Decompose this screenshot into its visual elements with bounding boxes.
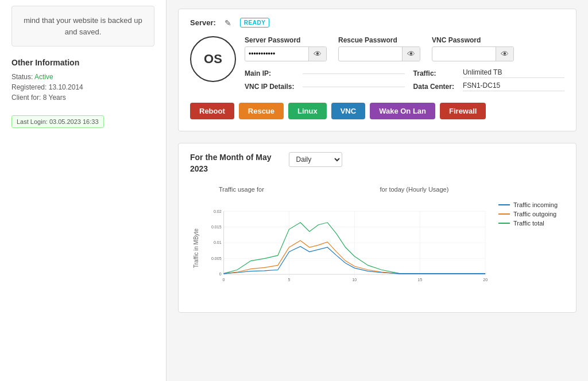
ready-badge: READY [240,18,270,28]
sidebar-notice: mind that your website is backed up and … [11,6,154,46]
wakelan-button[interactable]: Wake On Lan [370,103,435,119]
legend-total: Traffic total [498,220,564,227]
reboot-button[interactable]: Reboot [190,103,234,119]
chart-svg: 0.02 0.015 0.01 0.005 0 0 5 10 15 20 [210,196,490,301]
traffic-panel: For the Month of May 2023 Daily Monthly … [178,143,577,313]
vnc-password-label: VNC Password [432,36,514,44]
os-icon: OS [190,36,236,82]
svg-text:20: 20 [483,278,488,282]
datacenter-label: Data Center: [413,83,454,91]
rescue-password-input[interactable] [339,48,402,60]
legend-outgoing-line [498,213,510,215]
rescue-password-label: Rescue Password [338,36,420,44]
datacenter-value: FSN1-DC15 [463,81,564,91]
server-password-group: Server Password 👁 [245,36,327,61]
svg-text:0.01: 0.01 [214,241,222,245]
vnc-ip-value [303,85,404,87]
vnc-password-group: VNC Password 👁 [432,36,514,61]
registered-row: Registered: 13.10.2014 [11,83,154,91]
svg-text:0.02: 0.02 [214,209,222,213]
action-buttons: Reboot Rescue Linux VNC Wake On Lan Fire… [190,103,564,119]
linux-button[interactable]: Linux [288,103,327,119]
vnc-button[interactable]: VNC [331,103,365,119]
rescue-password-wrap: 👁 [338,46,420,61]
client-row: Client for: 8 Years [11,94,154,102]
svg-text:10: 10 [352,278,357,282]
svg-text:0.015: 0.015 [211,225,222,229]
vnc-password-input[interactable] [432,48,496,60]
server-password-label: Server Password [245,36,327,44]
firewall-button[interactable]: Firewall [440,103,486,119]
period-select[interactable]: Daily Monthly [289,152,342,167]
legend-outgoing: Traffic outgoing [498,211,564,217]
vnc-ip-label: VNC IP Details: [245,83,294,91]
other-info-title: Other Information [11,58,154,67]
traffic-label: Traffic: [413,69,454,77]
server-details: Server Password 👁 Rescue Password 👁 [245,36,564,91]
edit-icon[interactable]: ✎ [225,18,231,28]
server-body: OS Server Password 👁 Rescue Password [190,36,564,91]
server-password-toggle[interactable]: 👁 [308,47,326,61]
legend-incoming: Traffic incoming [498,201,564,208]
status-row: Status: Active [11,73,154,81]
server-password-wrap: 👁 [245,46,327,61]
server-panel: Server: ✎ READY OS Server Password 👁 [178,9,577,131]
server-label: Server: [190,18,216,27]
traffic-header: For the Month of May 2023 Daily Monthly [190,152,564,174]
rescue-password-group: Rescue Password 👁 [338,36,420,61]
chart-title-right: for today (Hourly Usage) [380,186,449,193]
chart-labels-row: Traffic usage for for today (Hourly Usag… [190,186,564,193]
server-password-input[interactable] [245,48,308,60]
chart-title-left: Traffic usage for [219,186,264,193]
legend-total-label: Traffic total [513,220,544,227]
sidebar: mind that your website is backed up and … [0,0,167,381]
rescue-password-toggle[interactable]: 👁 [402,47,420,61]
legend-incoming-label: Traffic incoming [513,201,558,208]
password-row: Server Password 👁 Rescue Password 👁 [245,36,564,61]
svg-text:5: 5 [288,278,290,282]
server-header: Server: ✎ READY [190,18,564,28]
svg-text:0: 0 [219,273,222,277]
vnc-password-toggle[interactable]: 👁 [496,47,513,61]
vnc-password-wrap: 👁 [432,46,514,61]
main-content: Server: ✎ READY OS Server Password 👁 [167,0,588,381]
svg-text:0.005: 0.005 [211,256,222,261]
server-info-grid: Main IP: Traffic: Unlimited TB VNC IP De… [245,68,564,91]
y-axis-label: Traffic in MByte [190,196,210,301]
legend-total-line [498,223,510,224]
legend-incoming-line [498,204,510,205]
chart-area: Traffic usage for for today (Hourly Usag… [190,186,564,301]
legend-outgoing-label: Traffic outgoing [513,211,556,217]
main-ip-label: Main IP: [245,69,294,77]
chart-legend: Traffic incoming Traffic outgoing Traffi… [490,196,564,301]
svg-text:15: 15 [417,278,422,282]
svg-text:0: 0 [223,278,225,282]
chart-container: Traffic in MByte [190,196,564,301]
traffic-value: Unlimited TB [463,68,564,78]
last-login-badge: Last Login: 03.05.2023 16:33 [11,115,104,128]
traffic-title: For the Month of May 2023 [190,152,272,174]
main-ip-value [303,72,404,74]
rescue-button[interactable]: Rescue [239,103,284,119]
